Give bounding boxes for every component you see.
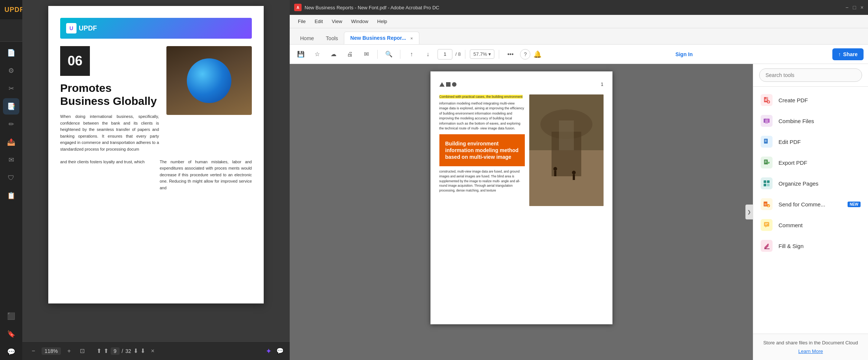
new-badge: NEW [848, 202, 861, 207]
fill-sign-svg [763, 242, 770, 250]
learn-more-link[interactable]: Learn More [759, 348, 862, 354]
pdf-banner: U UPDF [60, 18, 252, 39]
tools-search-bar [753, 64, 868, 87]
comment-icon[interactable]: 💬 [276, 347, 284, 354]
sparkle-icon[interactable]: ✦ [266, 347, 272, 356]
share-button[interactable]: ↑ Share [832, 48, 864, 60]
panel-expand-toggle[interactable]: ❯ [745, 205, 753, 219]
tool-item-organize-pages[interactable]: Organize Pages [753, 173, 868, 194]
combine-files-icon [761, 115, 773, 127]
page-next-button[interactable]: ⬇ [133, 347, 138, 354]
acrobat-main: 1 Combined with practical cases, the bui… [290, 64, 868, 360]
sidebar-icon-settings[interactable]: ⚙ [3, 62, 19, 79]
page-prev-button[interactable]: ⬆ [104, 347, 108, 354]
close-nav-button[interactable]: × [147, 346, 158, 356]
sidebar-icon-protect[interactable]: 🛡 [3, 170, 19, 186]
zoom-in-button[interactable]: + [64, 346, 74, 356]
tool-item-edit-pdf[interactable]: Edit PDF [753, 131, 868, 152]
page-number-box: 06 [60, 46, 90, 76]
sidebar-icon-pages[interactable]: 📄 [3, 45, 19, 61]
pdf-body-left: When doing international business, speci… [60, 113, 159, 153]
pdf-globe-image [166, 46, 252, 115]
svg-rect-7 [554, 171, 556, 176]
email-button[interactable]: ✉ [360, 48, 373, 61]
tool-item-send-for-comment[interactable]: Send for Comme... NEW [753, 194, 868, 215]
tab-tools[interactable]: Tools [320, 32, 344, 44]
svg-rect-10 [766, 97, 768, 99]
acrobat-menu-help[interactable]: Help [374, 17, 391, 26]
zoom-dropdown-icon: ▾ [488, 51, 491, 57]
sidebar-icon-crop[interactable]: ✂ [3, 80, 19, 97]
tab-document[interactable]: New Business Repor... × [344, 32, 419, 44]
edit-pdf-svg [763, 138, 770, 145]
updf-sidebar: 📄 ⚙ ✂ 📑 ✏ 📤 ✉ 🛡 📋 ⬛ 🔖 💬 [0, 42, 22, 360]
sidebar-icon-organize[interactable]: 📑 [3, 98, 19, 115]
save-button[interactable]: 💾 [294, 48, 308, 61]
acrobat-maximize-button[interactable]: □ [853, 4, 856, 10]
zoom-out-button[interactable]: − [28, 346, 39, 356]
scroll-up-button[interactable]: ↑ [405, 48, 418, 61]
comment-label: Comment [778, 222, 803, 228]
sidebar-icon-email[interactable]: ✉ [3, 152, 19, 168]
acrobat-app-icon: A [294, 4, 302, 11]
fill-sign-icon [761, 240, 773, 252]
tool-item-comment[interactable]: Comment [753, 215, 868, 235]
sidebar-icon-export[interactable]: 📤 [3, 134, 19, 150]
zoom-fit-button[interactable]: ⊡ [77, 346, 88, 356]
scroll-down-button[interactable]: ↓ [421, 48, 435, 61]
tool-item-fill-sign[interactable]: Fill & Sign [753, 235, 868, 256]
tab-home[interactable]: Home [294, 32, 320, 44]
sidebar-icon-stamp[interactable]: 📋 [3, 187, 19, 204]
acrobat-close-button[interactable]: × [861, 4, 864, 10]
sidebar-icon-layers[interactable]: ⬛ [3, 308, 19, 324]
acrobat-menu-view[interactable]: View [328, 17, 346, 26]
page-separator: / [122, 348, 123, 354]
updf-logo: UPDF [4, 6, 24, 14]
acrobat-page-number: 1 [601, 82, 604, 87]
tool-item-combine-files[interactable]: Combine Files [753, 110, 868, 131]
more-options-button[interactable]: ••• [504, 48, 517, 61]
page-down-button[interactable]: ⬇ [140, 347, 145, 354]
banner-logo-text: UPDF [79, 25, 97, 32]
tab-document-close[interactable]: × [410, 36, 413, 41]
acrobat-pdf-page: 1 Combined with practical cases, the bui… [430, 71, 612, 324]
export-pdf-svg [763, 159, 770, 166]
zoom-selector[interactable]: 57.7% ▾ [470, 49, 494, 59]
find-button[interactable]: 🔍 [382, 48, 396, 61]
highlighted-text: Combined with practical cases, the build… [439, 95, 523, 99]
print-button[interactable]: 🖨 [343, 48, 357, 61]
acrobat-titlebar: A New Business Reports - New Font.pdf - … [290, 0, 868, 15]
pdf-bottom-left-text: and their clients fosters loyalty and tr… [60, 159, 152, 165]
pdf-bottom-col-right: The number of human mistakes, labor and … [160, 159, 252, 192]
acrobat-left-col: Combined with practical cases, the build… [439, 94, 525, 206]
acrobat-pdf-area[interactable]: 1 Combined with practical cases, the bui… [290, 64, 753, 360]
star-button[interactable]: ☆ [311, 48, 324, 61]
svg-rect-18 [765, 119, 768, 123]
pdf-bottom-right-text: The number of human mistakes, labor and … [160, 159, 252, 192]
pdf-page: U UPDF 06 Promotes Business Globally Whe… [48, 6, 264, 303]
updf-panel: UPDF File Help Mes_prem...1-2_Copy × + ⌄… [0, 0, 290, 360]
notifications-button[interactable]: 🔔 [533, 50, 542, 58]
sidebar-icon-edit[interactable]: ✏ [3, 116, 19, 132]
acrobat-minimize-button[interactable]: − [845, 4, 848, 10]
page-number-input[interactable] [438, 49, 452, 60]
sign-in-button[interactable]: Sign In [675, 51, 693, 57]
zoom-value[interactable]: 118% [42, 347, 61, 355]
page-current[interactable]: 9 [111, 347, 120, 355]
tool-item-create-pdf[interactable]: Create PDF [753, 90, 868, 110]
acrobat-menu-window[interactable]: Window [347, 17, 372, 26]
svg-rect-25 [764, 180, 766, 183]
pdf-bottom-two-col: and their clients fosters loyalty and tr… [60, 159, 252, 192]
tool-item-export-pdf[interactable]: Export PDF [753, 152, 868, 173]
updf-main-area[interactable]: U UPDF 06 Promotes Business Globally Whe… [22, 0, 290, 341]
page-up-button[interactable]: ⬆ [97, 347, 101, 354]
acrobat-menu-edit[interactable]: Edit [311, 17, 326, 26]
sidebar-icon-bookmark[interactable]: 🔖 [3, 326, 19, 342]
sidebar-icon-comment[interactable]: 💬 [3, 344, 19, 360]
pdf-scroll[interactable]: 1 Combined with practical cases, the bui… [290, 64, 753, 360]
cloud-upload-button[interactable]: ☁ [327, 48, 340, 61]
combine-files-label: Combine Files [778, 118, 814, 124]
tools-search-input[interactable] [759, 68, 862, 82]
help-button[interactable]: ? [520, 49, 530, 60]
acrobat-menu-file[interactable]: File [294, 17, 309, 26]
